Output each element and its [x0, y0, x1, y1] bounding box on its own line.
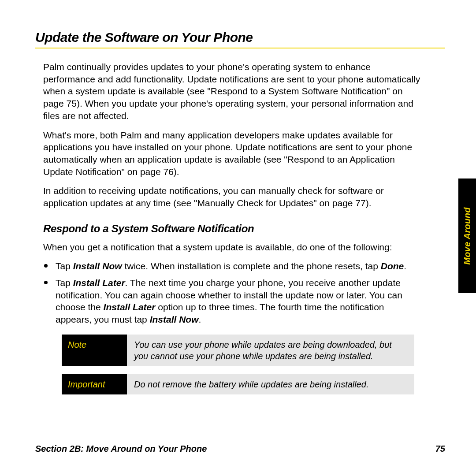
bullet-list: Tap Install Now twice. When installation… [43, 260, 422, 326]
subhead-intro: When you get a notification that a syste… [43, 241, 422, 253]
note-label: Note [62, 335, 127, 366]
page-footer: Section 2B: Move Around on Your Phone 75 [35, 444, 445, 454]
bullet-text: twice. When installation is complete and… [122, 261, 381, 271]
ui-term: Install Now [73, 261, 122, 271]
page-content: Update the Software on Your Phone Palm c… [35, 30, 445, 402]
footer-page-number: 75 [435, 444, 445, 454]
bullet-text: . [198, 314, 201, 324]
bullet-text: . [404, 261, 406, 271]
subheading: Respond to a System Software Notificatio… [43, 222, 422, 236]
list-item: Tap Install Now twice. When installation… [54, 260, 422, 272]
ui-term: Install Now [150, 314, 199, 324]
side-tab-label: Move Around [462, 207, 472, 264]
note-text: You can use your phone while updates are… [127, 335, 414, 366]
intro-paragraph-2: What's more, both Palm and many applicat… [43, 129, 422, 178]
note-callout: Note You can use your phone while update… [62, 335, 414, 366]
body-text: Palm continually provides updates to you… [35, 61, 422, 394]
footer-section: Section 2B: Move Around on Your Phone [35, 444, 207, 454]
important-text: Do not remove the battery while updates … [127, 374, 414, 394]
ui-term: Install Later [73, 278, 125, 288]
important-label: Important [62, 374, 127, 394]
intro-paragraph-3: In addition to receiving update notifica… [43, 185, 422, 209]
title-rule [35, 48, 445, 48]
intro-paragraph-1: Palm continually provides updates to you… [43, 61, 422, 122]
bullet-text: Tap [56, 261, 73, 271]
list-item: Tap Install Later. The next time you cha… [54, 277, 422, 326]
side-tab: Move Around [458, 178, 476, 293]
important-callout: Important Do not remove the battery whil… [62, 374, 414, 394]
bullet-text: Tap [56, 278, 73, 288]
page-title: Update the Software on Your Phone [35, 30, 445, 45]
ui-term: Install Later [104, 302, 156, 312]
ui-term: Done [381, 261, 404, 271]
